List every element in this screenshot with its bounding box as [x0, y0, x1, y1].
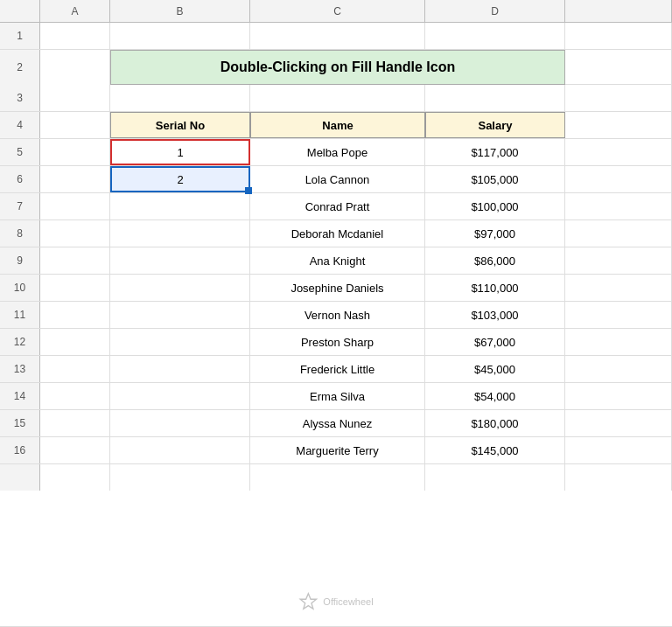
- cell-b11[interactable]: [110, 302, 250, 328]
- cell-d11[interactable]: $103,000: [425, 302, 565, 328]
- row-num-empty: [0, 464, 40, 491]
- cell-c1[interactable]: [250, 23, 425, 49]
- cell-a12[interactable]: [40, 329, 110, 355]
- table-row: 10 Josephine Daniels $110,000: [0, 275, 672, 302]
- col-header-rest: [565, 0, 672, 22]
- cell-d8[interactable]: $97,000: [425, 220, 565, 247]
- cell-a15[interactable]: [40, 410, 110, 436]
- row-num-4: 4: [0, 112, 40, 138]
- row-num-2: 2: [0, 50, 40, 85]
- cell-c3[interactable]: [250, 85, 425, 111]
- watermark-text: Officewheel: [323, 596, 373, 607]
- cell-b8[interactable]: [110, 220, 250, 247]
- cell-a2[interactable]: [40, 50, 110, 85]
- cell-c8[interactable]: Deborah Mcdaniel: [250, 220, 425, 247]
- cell-c16[interactable]: Marguerite Terry: [250, 437, 425, 463]
- cell-d16[interactable]: $145,000: [425, 437, 565, 463]
- cell-d10[interactable]: $110,000: [425, 275, 565, 301]
- row-num-10: 10: [0, 275, 40, 301]
- cell-d1[interactable]: [425, 23, 565, 49]
- cell-a10[interactable]: [40, 275, 110, 301]
- cell-c9[interactable]: Ana Knight: [250, 247, 425, 274]
- cell-b1[interactable]: [110, 23, 250, 49]
- cell-empty[interactable]: [250, 464, 425, 491]
- cell-rest-2: [565, 50, 672, 85]
- table-row: 4 Serial No Name Salary: [0, 112, 672, 139]
- cell-rest-15: [565, 410, 672, 436]
- cell-a4[interactable]: [40, 112, 110, 138]
- cell-c13[interactable]: Frederick Little: [250, 356, 425, 382]
- cell-b13[interactable]: [110, 356, 250, 382]
- svg-marker-0: [300, 594, 316, 609]
- cell-b14[interactable]: [110, 383, 250, 409]
- cell-d14[interactable]: $54,000: [425, 383, 565, 409]
- cell-a11[interactable]: [40, 302, 110, 328]
- col-header-a[interactable]: A: [40, 0, 110, 22]
- cell-c5[interactable]: Melba Pope: [250, 139, 425, 165]
- cell-b15[interactable]: [110, 410, 250, 436]
- col-header-c[interactable]: C: [250, 0, 425, 22]
- col-header-b[interactable]: B: [110, 0, 250, 22]
- col-b-header: Serial No: [110, 112, 250, 138]
- col-d-header: Salary: [425, 112, 565, 138]
- cell-a6[interactable]: [40, 166, 110, 192]
- row-num-9: 9: [0, 247, 40, 274]
- cell-c12[interactable]: Preston Sharp: [250, 329, 425, 355]
- cell-b3[interactable]: [110, 85, 250, 111]
- col-header-d[interactable]: D: [425, 0, 565, 22]
- cell-a8[interactable]: [40, 220, 110, 247]
- table-row: 16 Marguerite Terry $145,000: [0, 437, 672, 464]
- cell-c15[interactable]: Alyssa Nunez: [250, 410, 425, 436]
- cell-d9[interactable]: $86,000: [425, 247, 565, 274]
- cell-a16[interactable]: [40, 437, 110, 463]
- spreadsheet: A B C D 1 2 Double-Clicking on Fill Hand…: [0, 0, 672, 627]
- cell-d15[interactable]: $180,000: [425, 410, 565, 436]
- cell-c7[interactable]: Conrad Pratt: [250, 193, 425, 219]
- cell-a1[interactable]: [40, 23, 110, 49]
- cell-d5[interactable]: $117,000: [425, 139, 565, 165]
- cell-rest-5: [565, 139, 672, 165]
- row-num-8: 8: [0, 220, 40, 247]
- cell-rest-13: [565, 356, 672, 382]
- cell-c11[interactable]: Vernon Nash: [250, 302, 425, 328]
- row-num-11: 11: [0, 302, 40, 328]
- cell-empty[interactable]: [110, 464, 250, 491]
- cell-a3[interactable]: [40, 85, 110, 111]
- cell-d7[interactable]: $100,000: [425, 193, 565, 219]
- row-num-1: 1: [0, 23, 40, 49]
- cell-rest-1: [565, 23, 672, 49]
- cell-d12[interactable]: $67,000: [425, 329, 565, 355]
- cell-rest-16: [565, 437, 672, 463]
- cell-c6[interactable]: Lola Cannon: [250, 166, 425, 192]
- cell-a14[interactable]: [40, 383, 110, 409]
- cell-b6-selected[interactable]: 2: [110, 166, 250, 192]
- cell-d13[interactable]: $45,000: [425, 356, 565, 382]
- cell-rest-10: [565, 275, 672, 301]
- cell-b16[interactable]: [110, 437, 250, 463]
- cell-b9[interactable]: [110, 247, 250, 274]
- table-row: 11 Vernon Nash $103,000: [0, 302, 672, 329]
- cell-a9[interactable]: [40, 247, 110, 274]
- cell-rest-11: [565, 302, 672, 328]
- cell-rest-3: [565, 85, 672, 111]
- cell-c14[interactable]: Erma Silva: [250, 383, 425, 409]
- cell-rest-7: [565, 193, 672, 219]
- table-row: 9 Ana Knight $86,000: [0, 247, 672, 275]
- cell-d6[interactable]: $105,000: [425, 166, 565, 192]
- column-headers: A B C D: [0, 0, 672, 23]
- cell-b12[interactable]: [110, 329, 250, 355]
- fill-handle-icon[interactable]: [245, 187, 252, 194]
- table-row: 5 1 Melba Pope $117,000: [0, 139, 672, 166]
- cell-empty[interactable]: [40, 464, 110, 491]
- table-row: 2 Double-Clicking on Fill Handle Icon: [0, 50, 672, 85]
- cell-a7[interactable]: [40, 193, 110, 219]
- cell-b7[interactable]: [110, 193, 250, 219]
- row-num-7: 7: [0, 193, 40, 219]
- cell-empty[interactable]: [425, 464, 565, 491]
- cell-a5[interactable]: [40, 139, 110, 165]
- cell-c10[interactable]: Josephine Daniels: [250, 275, 425, 301]
- cell-b5-selected[interactable]: 1: [110, 139, 250, 165]
- cell-b10[interactable]: [110, 275, 250, 301]
- cell-a13[interactable]: [40, 356, 110, 382]
- cell-d3[interactable]: [425, 85, 565, 111]
